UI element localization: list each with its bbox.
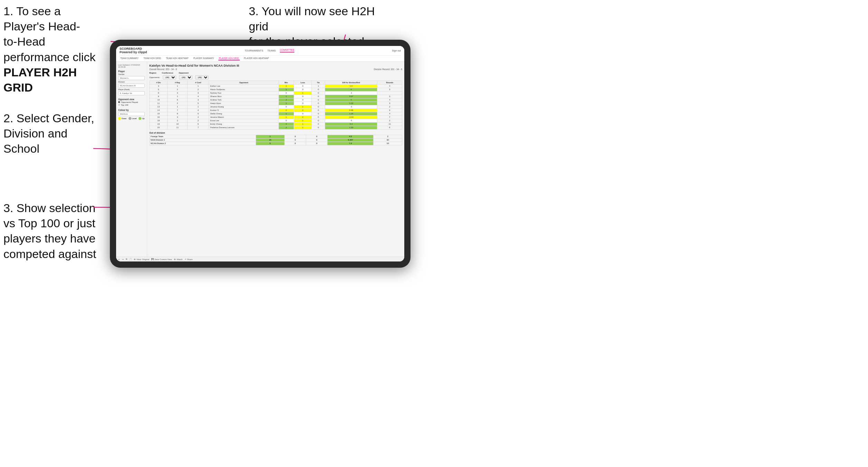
radio-opponents[interactable]: Opponents Played: [118, 101, 145, 103]
main-content: Last Updated: 27/03/2024 16:55:38 Player…: [116, 62, 404, 257]
table-row: 6 3 3 Sydney Kuo 0 1 0 -1: [150, 91, 402, 95]
instr-1-line1: 1. To see a Player's Head-: [3, 3, 104, 34]
instr-2-line2: Division and: [3, 126, 100, 141]
player-label: Player: [118, 70, 145, 73]
tablet-screen: SCOREBOARD Powered by clippd TOURNAMENTS…: [116, 46, 404, 261]
watch-icon: 👁: [174, 258, 176, 260]
opponent-view-section: Opponent view Opponents Played Top 100: [118, 98, 145, 106]
view-original-label: View: Original: [136, 258, 149, 260]
ood-table-row: NCAA Division 2 5 0 0 7.4 10: [150, 142, 402, 145]
filters-section: Region Conference Opponent: [149, 72, 402, 74]
instruction-3-bottom: 3. Show selection vs Top 100 or just pla…: [3, 200, 100, 261]
share-btn[interactable]: ↗ Share: [185, 258, 192, 260]
instruction-1: 1. To see a Player's Head- to-Head perfo…: [3, 3, 104, 95]
th-tie: Tie: [312, 80, 325, 84]
sub-nav-team-h2h-heatmap[interactable]: TEAM H2H HEATMAP: [165, 57, 189, 60]
conference-select[interactable]: (All): [179, 75, 192, 79]
sub-nav-player-h2h-grid[interactable]: PLAYER H2H GRID: [218, 57, 240, 60]
division-value[interactable]: NCAA Division III: [118, 84, 145, 88]
region-select[interactable]: (All): [163, 75, 176, 79]
sub-nav-team-summary[interactable]: TEAM SUMMARY: [120, 57, 139, 60]
ood-table-row: NAIA Division 1 15 0 0 9.267 30: [150, 138, 402, 142]
th-div: # Div: [150, 80, 168, 84]
opponent-label: Opponent: [179, 72, 188, 74]
clock-btn[interactable]: 🕐: [129, 258, 132, 260]
instr-3b-line2: vs Top 100 or just: [3, 216, 100, 231]
view-icon: 👁: [134, 258, 136, 260]
nav-tournaments[interactable]: TOURNAMENTS: [245, 49, 263, 52]
tablet-frame: SCOREBOARD Powered by clippd TOURNAMENTS…: [110, 40, 411, 268]
instr-3b-line3: players they have: [3, 231, 100, 246]
save-custom-label: Save Custom View: [154, 258, 172, 260]
h2h-table: # Div # Reg # Conf Opponent Win Loss Tie…: [149, 80, 402, 130]
table-row: 14 7 4 Eunice Yi 2 2 0 0.38 9: [150, 108, 402, 112]
instruction-2: 2. Select Gender, Division and School: [3, 111, 100, 156]
instr-3b-line1: 3. Show selection: [3, 200, 100, 216]
table-row: 11 2 5 Heejo Hyun 1 0 0 3.33 3: [150, 102, 402, 105]
th-win: Win: [279, 80, 294, 84]
redo-btn[interactable]: ↪: [122, 258, 124, 260]
radio-top100-label: Top 100: [121, 104, 128, 106]
watch-btn[interactable]: 👁 Watch: [174, 258, 182, 260]
player-rank-value[interactable]: 8. Katelyn Vo: [118, 91, 145, 95]
radio-dot-opponents: [118, 101, 120, 103]
filter-selects-row: Opponents: (All) (All) (All): [149, 75, 402, 79]
opponent-select[interactable]: (All): [195, 75, 209, 79]
ood-table-row: Foreign Team 1 0 0 4.5 2: [150, 135, 402, 138]
table-row: 3 1 1 Esther Lee 1 0 1 1.5 4: [150, 84, 402, 88]
table-row: 10 6 3 Andrea York 2 0 0 4 4: [150, 98, 402, 102]
view-original-btn[interactable]: 👁 View: Original: [134, 258, 149, 260]
legend-level: Level: [132, 117, 136, 120]
gender-label: Gender: [118, 73, 145, 75]
sub-nav-team-h2h-grid[interactable]: TEAM H2H GRID: [143, 57, 162, 60]
timestamp: Last Updated: 27/03/2024 16:55:38: [118, 64, 145, 68]
radio-dot-top100: [118, 104, 120, 106]
legend-up: Up: [142, 117, 144, 120]
opponent-filter-group: Opponent: [179, 72, 188, 74]
instr-2-line1: 2. Select Gender,: [3, 111, 100, 126]
sub-nav-player-summary[interactable]: PLAYER SUMMARY: [193, 57, 215, 60]
save-icon: 💾: [151, 258, 154, 260]
share-label: Share: [187, 258, 192, 260]
bottom-toolbar: ↩ ↪ ⧉ 🕐 👁 View: Original 💾 Save Custom V…: [116, 257, 404, 261]
player-rank-label: Player (Rank): [118, 88, 145, 90]
opponents-label: Opponents:: [149, 76, 160, 78]
radio-group: Opponents Played Top 100: [118, 101, 145, 106]
sub-nav-player-h2h-heatmap[interactable]: PLAYER H2H HEATMAP: [243, 57, 270, 60]
table-row: 19 10 6 Emily Chang 4 1 0 0.3 11: [150, 122, 402, 126]
nav-bar: SCOREBOARD Powered by clippd TOURNAMENTS…: [116, 46, 404, 62]
table-row: 9 1 4 Sharon Mun 1 0 0 3.67 3: [150, 95, 402, 98]
instr-tr-line1: 3. You will now see H2H grid: [249, 3, 387, 34]
copy-btn[interactable]: ⧉: [126, 258, 127, 260]
conference-label: Conference: [162, 72, 173, 74]
color-dot-level: [129, 117, 131, 120]
sidebar: Last Updated: 27/03/2024 16:55:38 Player…: [116, 62, 147, 257]
nav-teams[interactable]: TEAMS: [267, 49, 276, 52]
nav-committee[interactable]: COMMITTEE: [280, 49, 294, 53]
instr-1-bold: PLAYER H2H GRID: [3, 65, 104, 95]
undo-btn[interactable]: ↩: [118, 258, 120, 260]
th-opponent: Opponent: [209, 80, 279, 84]
th-loss: Loss: [294, 80, 312, 84]
player-section: Player Gender Women's Division NCAA Divi…: [118, 70, 145, 95]
opponent-view-label: Opponent view: [118, 98, 145, 101]
h2h-title: Katelyn Vo Head-to-Head Grid for Women's…: [149, 64, 402, 67]
radio-top100[interactable]: Top 100: [118, 104, 145, 106]
gender-value[interactable]: Women's: [118, 76, 145, 80]
colour-label: Colour by: [118, 109, 145, 111]
colour-value[interactable]: Win/loss: [118, 112, 145, 116]
conference-filter-group: Conference: [162, 72, 173, 74]
division-label: Division: [118, 81, 145, 83]
table-row: 5 2 2 Alexis Sudjianto 1 0 0 4 3: [150, 88, 402, 91]
instr-1-line2: to-Head performance click: [3, 34, 104, 64]
table-row: 20 11 7 Federica Domecq Lacroze 2 1 0 1.…: [150, 126, 402, 129]
th-rounds: Rounds: [377, 80, 402, 84]
th-reg: # Reg: [168, 80, 187, 84]
sign-out[interactable]: Sign out: [392, 49, 401, 52]
save-custom-btn[interactable]: 💾 Save Custom View: [151, 258, 172, 260]
instr-3b-line4: competed against: [3, 246, 100, 261]
table-row: 15 8 5 Stella Cheng 1 0 0 1.25 4: [150, 112, 402, 115]
ood-table: Foreign Team 1 0 0 4.5 2 NAIA Division 1…: [149, 135, 402, 145]
watch-label: Watch: [177, 258, 182, 260]
sub-nav: TEAM SUMMARY TEAM H2H GRID TEAM H2H HEAT…: [120, 55, 401, 61]
